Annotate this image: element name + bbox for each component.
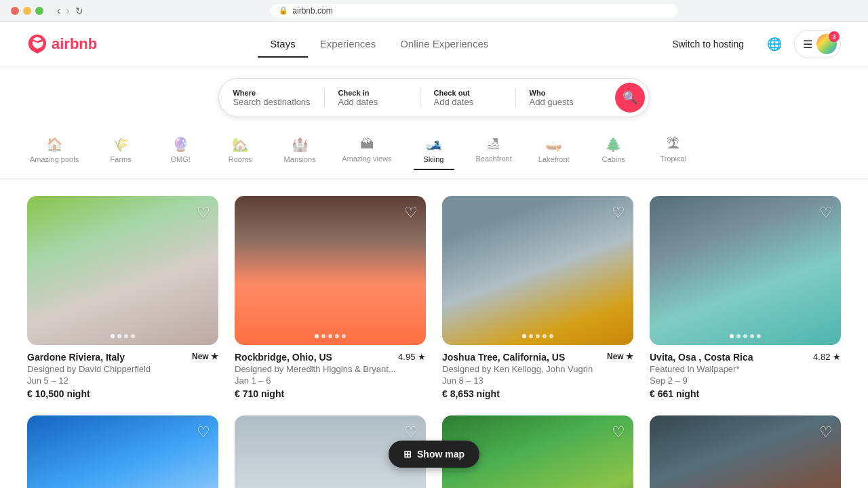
dot [743, 334, 747, 338]
listing-image: ♡ [650, 415, 841, 488]
show-map-wrapper: ⊞ Show map [389, 441, 479, 468]
wishlist-button[interactable]: ♡ [612, 424, 625, 441]
filter-item[interactable]: 🏡 Rooms [220, 131, 260, 170]
globe-button[interactable]: 🌐 [762, 31, 787, 57]
map-icon: ⊞ [403, 449, 412, 460]
switch-hosting-button[interactable]: Switch to hosting [661, 32, 755, 56]
filter-item[interactable]: 🔮 OMG! [160, 131, 201, 170]
filter-item[interactable]: 🎿 Skiing [414, 131, 454, 170]
listing-card[interactable]: ♡ [650, 415, 841, 488]
search-bar: Where Search destinations Check in Add d… [218, 78, 649, 117]
dot [757, 334, 761, 338]
filter-item[interactable]: 🛶 Lakefront [534, 131, 574, 170]
minimize-btn[interactable] [23, 7, 31, 15]
wishlist-button[interactable]: ♡ [404, 204, 418, 222]
listing-dates: Sep 2 – 9 [650, 375, 841, 386]
listing-card[interactable]: ♡ Rockbridge, Ohio, US 4.95 ★ Designed b… [235, 196, 426, 399]
listing-description: Designed by Ken Kellogg, John Vugrin [442, 364, 633, 374]
filter-item[interactable]: 🏠 Amazing pools [27, 131, 81, 170]
dot [542, 334, 547, 338]
listing-dates: Jun 8 – 13 [442, 375, 633, 386]
filter-icon: 🏝 [667, 136, 680, 152]
menu-avatar[interactable]: ☰ 3 [794, 30, 841, 58]
listing-price: € 10,500 night [27, 388, 218, 399]
maximize-btn[interactable] [35, 7, 43, 15]
listing-image: ♡ [235, 196, 426, 345]
close-btn[interactable] [11, 7, 19, 15]
tab-experiences[interactable]: Experiences [308, 31, 389, 58]
listing-title-row: Joshua Tree, California, US New ★ [442, 352, 633, 363]
dots [730, 334, 761, 338]
show-map-button[interactable]: ⊞ Show map [389, 441, 479, 468]
dot [536, 334, 540, 338]
filter-icon: 🔮 [172, 136, 189, 152]
listing-card[interactable]: ♡ Uvita, Osa , Costa Rica 4.82 ★ Feature… [650, 196, 841, 399]
wishlist-button[interactable]: ♡ [197, 204, 210, 222]
listing-card[interactable]: ♡ Gardone Riviera, Italy New ★ Designed … [27, 196, 218, 399]
url-text: airbnb.com [292, 6, 332, 16]
filter-icon: 🏔 [360, 136, 374, 152]
dot [529, 334, 533, 338]
filter-bar: 🏠 Amazing pools 🌾 Farms 🔮 OMG! 🏡 Rooms 🏰… [0, 131, 868, 180]
filter-icon: 🌲 [605, 136, 622, 152]
show-map-label: Show map [417, 449, 465, 460]
checkout-field[interactable]: Check out Add dates [420, 81, 515, 115]
checkin-field[interactable]: Check in Add dates [325, 81, 420, 115]
where-field[interactable]: Where Search destinations [219, 81, 323, 115]
filter-item[interactable]: 🌲 Cabins [593, 131, 634, 170]
wishlist-button[interactable]: ♡ [404, 424, 418, 441]
tab-stays[interactable]: Stays [258, 31, 308, 58]
airbnb-logo-icon [27, 34, 47, 54]
where-input: Search destinations [233, 97, 310, 107]
logo[interactable]: airbnb [27, 34, 97, 54]
listing-card[interactable]: ♡ Joshua Tree, California, US New ★ Desi… [442, 196, 633, 399]
listing-info: Rockbridge, Ohio, US 4.95 ★ Designed by … [235, 345, 426, 399]
filter-item[interactable]: 🏔 Amazing views [339, 131, 394, 170]
dot [321, 334, 326, 338]
checkout-label: Check out [434, 89, 502, 97]
listing-description: Designed by Meredith Higgins & Bryant... [235, 364, 426, 374]
dot [736, 334, 741, 338]
filter-label: Farms [111, 155, 132, 163]
filter-label: Mansions [284, 155, 316, 163]
wishlist-button[interactable]: ♡ [197, 424, 210, 441]
listing-dates: Jun 5 – 12 [27, 375, 218, 386]
hamburger-icon: ☰ [803, 38, 812, 51]
dot [522, 334, 526, 338]
dot [124, 334, 128, 338]
listing-dates: Jan 1 – 6 [235, 375, 426, 386]
listing-info: Joshua Tree, California, US New ★ Design… [442, 345, 633, 399]
search-button[interactable]: 🔍 [615, 83, 645, 113]
listing-card[interactable]: ♡ [27, 415, 218, 488]
refresh-button[interactable]: ↻ [75, 5, 83, 17]
search-bar-wrapper: Where Search destinations Check in Add d… [0, 67, 868, 131]
filter-icon: 🏰 [292, 136, 309, 152]
filter-label: Lakefront [538, 155, 570, 163]
filter-icon: 🛶 [545, 136, 562, 152]
wishlist-button[interactable]: ♡ [612, 204, 625, 222]
wishlist-button[interactable]: ♡ [819, 424, 833, 441]
back-button[interactable]: ‹ [57, 5, 60, 17]
dot [750, 334, 754, 338]
filter-item[interactable]: 🏝 Tropical [653, 131, 694, 170]
filter-label: Cabins [602, 155, 625, 163]
listing-info: Uvita, Osa , Costa Rica 4.82 ★ Featured … [650, 345, 841, 399]
avatar-badge: 3 [829, 31, 840, 42]
filter-item[interactable]: 🏰 Mansions [279, 131, 320, 170]
who-value: Add guests [530, 97, 597, 107]
header: airbnb Stays Experiences Online Experien… [0, 22, 868, 67]
url-bar[interactable]: 🔒 airbnb.com [271, 4, 677, 18]
dot [549, 334, 553, 338]
filter-label: Rooms [229, 155, 252, 163]
forward-button[interactable]: › [66, 5, 69, 17]
dot [328, 334, 332, 338]
who-label: Who [530, 89, 597, 97]
wishlist-button[interactable]: ♡ [819, 204, 833, 222]
rating: 4.82 ★ [813, 352, 841, 362]
filter-item[interactable]: 🌾 Farms [100, 131, 141, 170]
lock-icon: 🔒 [279, 6, 288, 15]
who-field[interactable]: Who Add guests [516, 81, 611, 115]
tab-online-experiences[interactable]: Online Experiences [388, 31, 500, 58]
filter-item[interactable]: 🏖 Beachfront [473, 131, 515, 170]
filter-label: Skiing [424, 155, 444, 163]
